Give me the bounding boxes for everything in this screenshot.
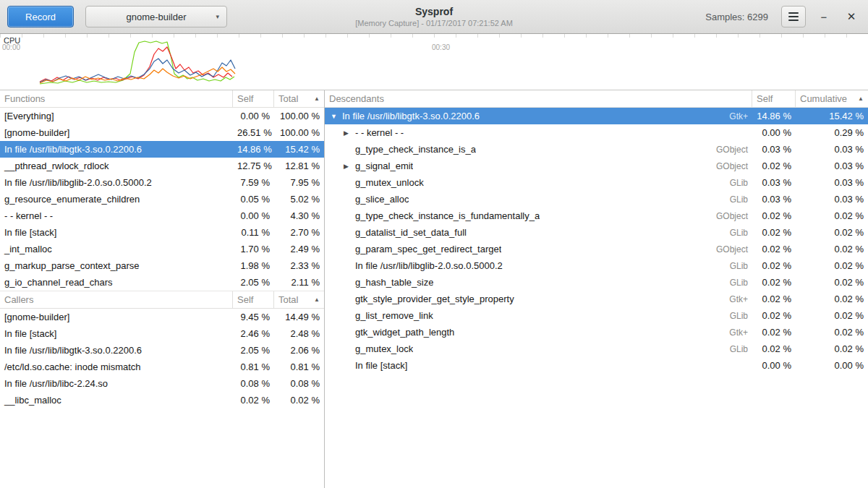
descendants-row[interactable]: g_mutex_unlockGLib0.03 %0.03 % bbox=[325, 174, 868, 191]
window-title-box: Sysprof [Memory Capture] - 01/17/2017 07… bbox=[355, 5, 513, 28]
functions-row[interactable]: - - kernel - -0.00 %4.30 % bbox=[0, 207, 324, 224]
total-percent: 7.95 % bbox=[274, 177, 324, 188]
cpu-timeline[interactable]: CPU 00:00 00:30 bbox=[0, 34, 868, 90]
sort-arrow-icon: ▲ bbox=[310, 296, 320, 303]
minimize-button[interactable]: − bbox=[814, 7, 833, 26]
descendants-row[interactable]: g_slice_allocGLib0.03 %0.03 % bbox=[325, 191, 868, 207]
functions-row[interactable]: g_markup_parse_context_parse1.98 %2.33 % bbox=[0, 257, 324, 274]
descendant-name: g_type_check_instance_is_fundamentally_a bbox=[325, 210, 700, 221]
functions-row[interactable]: g_resource_enumerate_children0.05 %5.02 … bbox=[0, 191, 324, 207]
column-header-self[interactable]: Self bbox=[233, 90, 274, 107]
descendants-row[interactable]: g_list_remove_linkGLib0.02 %0.02 % bbox=[325, 307, 868, 324]
self-percent: 0.03 % bbox=[752, 194, 796, 205]
self-percent: 0.11 % bbox=[233, 227, 274, 238]
functions-row[interactable]: g_io_channel_read_chars2.05 %2.11 % bbox=[0, 274, 324, 291]
function-name: g_mutex_unlock bbox=[355, 177, 424, 188]
left-pane: Functions Self Total ▲ [Everything]0.00 … bbox=[0, 90, 325, 488]
library-tag: GObject bbox=[700, 244, 752, 254]
functions-row[interactable]: [gnome-builder]26.51 %100.00 % bbox=[0, 124, 324, 141]
function-name: g_datalist_id_set_data_full bbox=[355, 227, 467, 238]
functions-row[interactable]: _int_malloc1.70 %2.49 % bbox=[0, 241, 324, 257]
descendants-row[interactable]: In file [stack]0.00 %0.00 % bbox=[325, 357, 868, 374]
column-header-self[interactable]: Self bbox=[233, 291, 274, 308]
function-name: - - kernel - - bbox=[355, 127, 404, 138]
function-name: g_resource_enumerate_children bbox=[0, 194, 233, 205]
total-percent: 2.48 % bbox=[274, 328, 324, 339]
descendants-table-header: Descendants Self Cumulative ▲ bbox=[325, 90, 868, 108]
cumulative-percent: 0.02 % bbox=[796, 260, 868, 271]
functions-row[interactable]: In file /usr/lib/libgtk-3.so.0.2200.614.… bbox=[0, 141, 324, 158]
descendants-row[interactable]: ▼In file /usr/lib/libgtk-3.so.0.2200.6Gt… bbox=[325, 108, 868, 124]
self-percent: 0.02 % bbox=[752, 343, 796, 354]
callers-row[interactable]: In file /usr/lib/libc-2.24.so0.08 %0.08 … bbox=[0, 375, 324, 392]
column-header-functions[interactable]: Functions bbox=[0, 90, 233, 107]
callers-row[interactable]: [gnome-builder]9.45 %14.49 % bbox=[0, 309, 324, 325]
self-percent: 0.02 % bbox=[752, 310, 796, 321]
function-name: In file /usr/lib/libc-2.24.so bbox=[0, 378, 233, 389]
descendants-table: Descendants Self Cumulative ▲ ▼In file /… bbox=[325, 90, 868, 488]
self-percent: 0.02 % bbox=[752, 260, 796, 271]
descendants-row[interactable]: g_type_check_instance_is_aGObject0.03 %0… bbox=[325, 141, 868, 158]
functions-row[interactable]: In file [stack]0.11 %2.70 % bbox=[0, 224, 324, 241]
function-name: g_type_check_instance_is_a bbox=[355, 144, 476, 155]
self-percent: 26.51 % bbox=[233, 127, 274, 138]
self-percent: 0.02 % bbox=[752, 244, 796, 254]
total-percent: 15.42 % bbox=[274, 144, 324, 155]
process-selector-dropdown[interactable]: gnome-builder ▾ bbox=[85, 6, 227, 27]
descendants-row[interactable]: gtk_widget_path_lengthGtk+0.02 %0.02 % bbox=[325, 324, 868, 341]
function-name: g_io_channel_read_chars bbox=[0, 277, 233, 288]
column-header-total[interactable]: Total ▲ bbox=[274, 291, 324, 308]
column-label: Descendants bbox=[329, 93, 384, 104]
headerbar: Record gnome-builder ▾ Sysprof [Memory C… bbox=[0, 0, 868, 34]
self-percent: 12.75 % bbox=[233, 160, 274, 171]
cpu-orange-line bbox=[40, 67, 235, 83]
functions-row[interactable]: [Everything]0.00 %100.00 % bbox=[0, 108, 324, 124]
column-header-callers[interactable]: Callers bbox=[0, 291, 233, 308]
descendants-row[interactable]: In file /usr/lib/libglib-2.0.so.0.5000.2… bbox=[325, 257, 868, 274]
column-header-self[interactable]: Self bbox=[752, 90, 796, 107]
descendant-name: g_hash_table_size bbox=[325, 277, 700, 288]
menu-button[interactable] bbox=[781, 6, 806, 27]
library-tag: GLib bbox=[700, 261, 752, 271]
descendant-name: ▶- - kernel - - bbox=[325, 127, 700, 138]
column-header-cumulative[interactable]: Cumulative ▲ bbox=[796, 90, 868, 107]
function-name: _int_malloc bbox=[0, 244, 233, 254]
function-name: [Everything] bbox=[0, 111, 233, 121]
expander-closed-icon[interactable]: ▶ bbox=[344, 163, 355, 170]
column-header-total[interactable]: Total ▲ bbox=[274, 90, 324, 107]
cumulative-percent: 0.03 % bbox=[796, 160, 868, 171]
column-header-descendants[interactable]: Descendants bbox=[325, 90, 752, 107]
callers-row[interactable]: /etc/ld.so.cache: inode mismatch0.81 %0.… bbox=[0, 359, 324, 375]
expander-closed-icon[interactable]: ▶ bbox=[344, 129, 355, 137]
function-name: gtk_widget_path_length bbox=[355, 327, 454, 338]
expander-open-icon[interactable]: ▼ bbox=[331, 113, 342, 120]
total-percent: 2.33 % bbox=[274, 260, 324, 271]
callers-row[interactable]: __libc_malloc0.02 %0.02 % bbox=[0, 392, 324, 408]
library-tag: GLib bbox=[700, 344, 752, 354]
function-name: [gnome-builder] bbox=[0, 312, 233, 322]
cumulative-percent: 0.02 % bbox=[796, 210, 868, 221]
descendants-row[interactable]: g_hash_table_sizeGLib0.02 %0.02 % bbox=[325, 274, 868, 291]
self-percent: 2.05 % bbox=[233, 345, 274, 356]
close-button[interactable]: ✕ bbox=[842, 7, 861, 26]
record-button[interactable]: Record bbox=[7, 6, 74, 27]
descendants-row[interactable]: g_mutex_lockGLib0.02 %0.02 % bbox=[325, 341, 868, 357]
callers-row[interactable]: In file /usr/lib/libgtk-3.so.0.2200.62.0… bbox=[0, 342, 324, 359]
header-right-controls: Samples: 6299 − ✕ bbox=[705, 6, 861, 27]
descendant-name: gtk_style_provider_get_style_property bbox=[325, 294, 700, 304]
descendants-row[interactable]: g_datalist_id_set_data_fullGLib0.02 %0.0… bbox=[325, 224, 868, 241]
callers-row[interactable]: In file [stack]2.46 %2.48 % bbox=[0, 325, 324, 342]
functions-row[interactable]: __pthread_rwlock_rdlock12.75 %12.81 % bbox=[0, 158, 324, 174]
descendants-row[interactable]: ▶g_signal_emitGObject0.02 %0.03 % bbox=[325, 158, 868, 174]
samples-count: Samples: 6299 bbox=[705, 12, 768, 22]
function-name: g_hash_table_size bbox=[355, 277, 433, 288]
descendants-row[interactable]: g_type_check_instance_is_fundamentally_a… bbox=[325, 207, 868, 224]
functions-row[interactable]: In file /usr/lib/libglib-2.0.so.0.5000.2… bbox=[0, 174, 324, 191]
descendants-row[interactable]: ▶- - kernel - -0.00 %0.29 % bbox=[325, 124, 868, 141]
library-tag: GObject bbox=[700, 145, 752, 155]
descendants-row[interactable]: g_param_spec_get_redirect_targetGObject0… bbox=[325, 241, 868, 257]
function-name: In file /usr/lib/libgtk-3.so.0.2200.6 bbox=[0, 144, 233, 155]
library-tag: GLib bbox=[700, 178, 752, 188]
descendants-row[interactable]: gtk_style_provider_get_style_propertyGtk… bbox=[325, 291, 868, 307]
function-name: g_signal_emit bbox=[355, 160, 413, 171]
